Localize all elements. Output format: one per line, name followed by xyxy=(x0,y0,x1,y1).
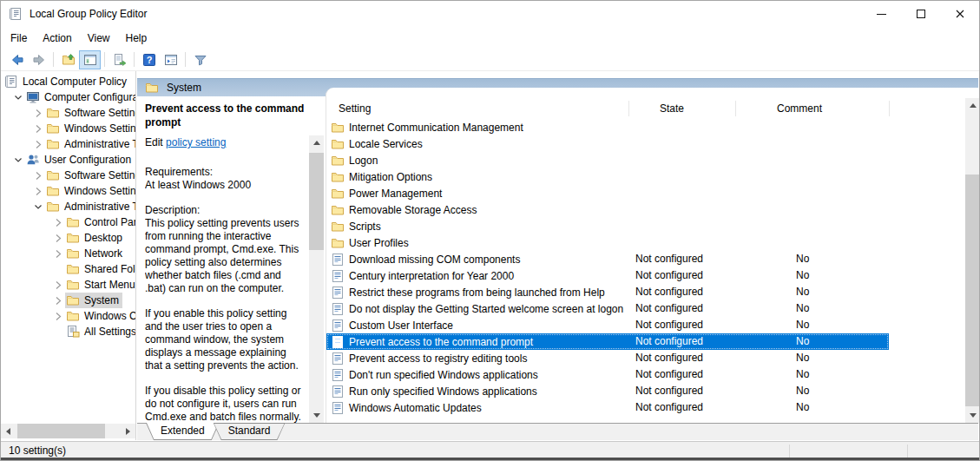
scrollbar-thumb[interactable] xyxy=(309,153,324,250)
scrollbar-thumb[interactable] xyxy=(965,175,980,406)
tree-item-windows-components[interactable]: Windows Components xyxy=(1,308,135,324)
list-row[interactable]: Prevent access to registry editing tools… xyxy=(326,350,965,366)
list-row[interactable]: Run only specified Windows applicationsN… xyxy=(326,383,965,399)
chevron-right-icon[interactable] xyxy=(53,217,65,227)
scroll-up-arrow-icon[interactable] xyxy=(965,98,980,113)
show-properties-window-button[interactable] xyxy=(160,50,181,69)
list-row[interactable]: Removable Storage Access xyxy=(326,201,965,218)
column-divider[interactable] xyxy=(889,101,890,116)
status-bar-divider xyxy=(789,445,790,458)
folder-icon xyxy=(145,81,159,95)
scroll-down-arrow-icon[interactable] xyxy=(309,408,324,423)
svg-text:?: ? xyxy=(146,55,152,65)
tree-item-user-software-settings[interactable]: Software Settings xyxy=(1,168,135,183)
list-row[interactable]: Download missing COM componentsNot confi… xyxy=(326,251,965,267)
chevron-down-icon[interactable] xyxy=(13,155,25,165)
list-row[interactable]: Custom User InterfaceNot configuredNo xyxy=(326,317,965,333)
list-row[interactable]: Mitigation Options xyxy=(326,168,965,185)
close-icon xyxy=(955,9,965,19)
column-header-setting[interactable]: Setting xyxy=(339,98,371,119)
tree-horizontal-scrollbar[interactable] xyxy=(1,424,135,438)
list-row[interactable]: Windows Automatic UpdatesNot configuredN… xyxy=(326,399,965,416)
chevron-right-icon[interactable] xyxy=(33,170,45,181)
list-row[interactable]: Power Management xyxy=(326,185,965,201)
list-row-selected[interactable]: Prevent access to the command promptNot … xyxy=(326,333,889,350)
chevron-right-icon[interactable] xyxy=(53,311,65,321)
chevron-down-icon[interactable] xyxy=(13,92,25,102)
filter-button[interactable] xyxy=(189,50,211,69)
export-list-icon xyxy=(113,53,127,67)
show-console-tree-button[interactable] xyxy=(79,50,101,69)
chevron-right-icon[interactable] xyxy=(33,139,45,149)
menu-action[interactable]: Action xyxy=(35,29,79,48)
tree-item-user-windows-settings[interactable]: Windows Settings xyxy=(1,183,135,199)
list-row[interactable]: Do not display the Getting Started welco… xyxy=(326,300,965,317)
tree-item-windows-settings[interactable]: Windows Settings xyxy=(1,121,135,136)
scroll-up-arrow-icon[interactable] xyxy=(309,135,324,150)
column-header-state[interactable]: State xyxy=(660,98,684,119)
back-button[interactable] xyxy=(6,50,28,69)
toolbar-separator xyxy=(185,52,186,67)
tree-item-local-computer-policy[interactable]: Local Computer Policy xyxy=(1,74,135,89)
menu-view[interactable]: View xyxy=(80,29,118,48)
description-paragraph-3: If you disable this policy setting or do… xyxy=(145,385,301,423)
column-header-comment[interactable]: Comment xyxy=(777,98,822,119)
list-row[interactable]: Internet Communication Management xyxy=(326,119,965,135)
tree-item-network[interactable]: Network xyxy=(1,246,135,261)
help-button[interactable]: ? xyxy=(138,50,160,69)
tree-item-user-administrative-templates[interactable]: Administrative Templates xyxy=(1,199,135,214)
tree-item-start-menu-and-taskbar[interactable]: Start Menu and Taskbar xyxy=(1,277,135,293)
maximize-icon xyxy=(917,10,925,18)
tab-extended[interactable]: Extended xyxy=(146,423,220,440)
list-row[interactable]: Logon xyxy=(326,152,965,168)
edit-prefix: Edit xyxy=(145,136,163,148)
tree-item-control-panel[interactable]: Control Panel xyxy=(1,214,135,230)
chevron-right-icon[interactable] xyxy=(53,295,65,306)
list-row[interactable]: Century interpretation for Year 2000Not … xyxy=(326,267,965,284)
tree-item-software-settings[interactable]: Software Settings xyxy=(1,105,135,121)
forward-button[interactable] xyxy=(28,50,49,69)
settings-list-panel: Setting State Comment Internet Communica… xyxy=(326,88,980,423)
tree-item-user-configuration[interactable]: User Configuration xyxy=(1,152,135,168)
chevron-right-icon[interactable] xyxy=(53,248,65,259)
up-one-level-button[interactable] xyxy=(57,50,79,69)
chevron-right-icon[interactable] xyxy=(53,233,65,243)
list-row[interactable]: Scripts xyxy=(326,218,965,234)
scroll-down-arrow-icon[interactable] xyxy=(965,408,980,423)
column-divider[interactable] xyxy=(735,101,736,116)
list-row[interactable]: Don't run specified Windows applications… xyxy=(326,366,965,383)
tree-item-computer-configuration[interactable]: Computer Configuration xyxy=(1,89,135,105)
maximize-button[interactable] xyxy=(901,1,940,27)
tree-item-desktop[interactable]: Desktop xyxy=(1,230,135,246)
export-list-button[interactable] xyxy=(109,50,130,69)
list-row[interactable]: Locale Services xyxy=(326,135,965,152)
menu-help[interactable]: Help xyxy=(118,29,155,48)
tree-item-system[interactable]: System xyxy=(1,293,135,308)
chevron-right-icon[interactable] xyxy=(33,123,45,134)
detail-vertical-scrollbar[interactable] xyxy=(309,135,324,423)
menu-file[interactable]: File xyxy=(3,29,35,48)
console-tree-panel: Local Computer Policy Computer Configura… xyxy=(1,71,136,440)
policy-setting-icon xyxy=(331,286,345,300)
scrollbar-thumb[interactable] xyxy=(17,424,105,438)
toolbar-separator xyxy=(104,52,105,67)
chevron-right-icon[interactable] xyxy=(33,108,45,118)
list-row[interactable]: User Profiles xyxy=(326,234,965,251)
chevron-right-icon[interactable] xyxy=(33,186,45,196)
chevron-right-icon[interactable] xyxy=(53,280,65,290)
minimize-button[interactable] xyxy=(862,1,901,27)
folder-icon xyxy=(46,184,60,198)
tree-item-shared-folders[interactable]: Shared Folders xyxy=(1,261,135,277)
scroll-right-arrow-icon[interactable] xyxy=(121,424,135,438)
column-divider[interactable] xyxy=(628,101,629,116)
tree-item-all-settings[interactable]: All Settings xyxy=(1,324,135,339)
description-label: Description: xyxy=(145,204,301,217)
scroll-left-arrow-icon[interactable] xyxy=(1,424,16,438)
close-button[interactable] xyxy=(940,1,979,27)
list-vertical-scrollbar[interactable] xyxy=(965,98,980,423)
tree-item-administrative-templates[interactable]: Administrative Templates xyxy=(1,136,135,152)
list-row[interactable]: Restrict these programs from being launc… xyxy=(326,284,965,300)
edit-policy-setting-link[interactable]: policy setting xyxy=(166,136,226,148)
tab-standard[interactable]: Standard xyxy=(214,423,286,440)
chevron-down-icon[interactable] xyxy=(33,201,45,212)
